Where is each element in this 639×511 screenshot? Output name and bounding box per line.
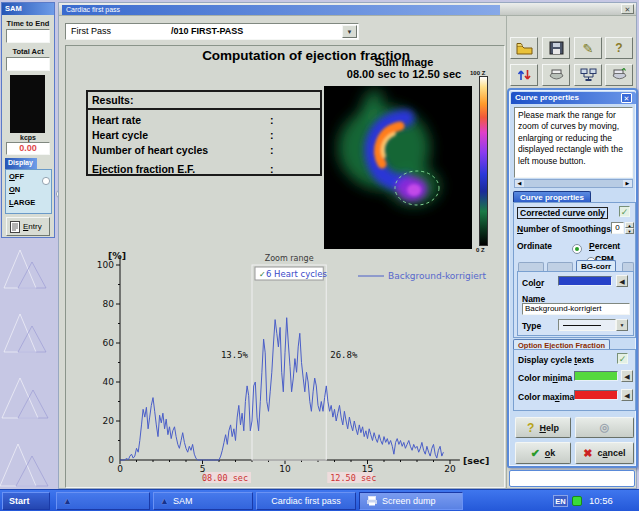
svg-text:08.00 sec: 08.00 sec — [202, 473, 248, 483]
display-option-large[interactable]: LARGE — [9, 198, 35, 207]
cancel-button[interactable]: ✖ cancel — [575, 442, 634, 464]
background-corrected-curve — [120, 318, 443, 460]
sort-arrows-icon[interactable] — [510, 64, 538, 86]
window-close-button[interactable]: ✕ — [621, 4, 634, 14]
sum-image-subtitle: 08.00 sec to 12.50 sec — [324, 68, 484, 80]
taskbar-item-app[interactable]: ▲ — [56, 492, 150, 510]
start-button[interactable]: Start — [2, 492, 50, 510]
open-folder-icon[interactable] — [510, 37, 538, 59]
ordinate-percent-label[interactable]: Percent — [589, 241, 620, 251]
maxima-picker-arrow-icon[interactable]: ◀ — [621, 389, 633, 401]
dialog-message: Please mark the range for zoom of curves… — [514, 107, 633, 178]
display-cycle-texts-label: Display cycle texts — [518, 355, 594, 365]
screen: { "icons": { "close": "✕", "dropdown": "… — [0, 0, 639, 511]
taskbar: Start ▲ ▲SAM Cardiac first pass Screen d… — [0, 489, 639, 511]
curve-color-swatch[interactable] — [558, 276, 612, 286]
ordinate-label: Ordinate — [517, 241, 552, 251]
help-button[interactable]: ? Help — [515, 417, 571, 438]
ok-button[interactable]: ✔ ok — [515, 442, 571, 464]
sum-image-scintigram[interactable] — [324, 86, 472, 249]
help-question-icon: ? — [527, 421, 534, 435]
result-row-ejection-fraction: Ejection fraction E.F.: — [88, 163, 320, 175]
entry-button-label: Entry — [23, 222, 42, 231]
taskbar-item-sam[interactable]: ▲SAM — [153, 492, 253, 510]
smoothings-value[interactable]: 0 — [611, 222, 624, 234]
entry-button[interactable]: Entry — [6, 217, 50, 236]
help-icon[interactable]: ? — [605, 37, 633, 59]
svg-text:20: 20 — [103, 416, 115, 426]
save-icon[interactable] — [542, 37, 570, 59]
legend-label: Background-korrigiert — [388, 271, 487, 281]
display-option-off-radio[interactable] — [42, 177, 50, 185]
maxima-color-swatch[interactable] — [574, 390, 618, 400]
result-row-num-cycles: Number of heart cycles: — [88, 144, 320, 156]
svg-text:100: 100 — [97, 260, 114, 270]
smoothings-label: Number of Smoothings — [517, 224, 611, 234]
screen-copy-icon[interactable] — [605, 64, 633, 86]
results-header: Results: — [88, 92, 320, 110]
window-titlebar: Cardiac first pass ✕ — [59, 3, 636, 16]
sam-panel-title: SAM — [2, 3, 54, 15]
svg-text:80: 80 — [103, 299, 115, 309]
activity-display — [10, 75, 45, 133]
svg-text:60: 60 — [103, 338, 115, 348]
app-logo-icon: ▲ — [63, 496, 72, 506]
language-indicator[interactable]: EN — [553, 495, 568, 507]
display-options-box: OFF ON LARGE — [5, 169, 52, 214]
minima-picker-arrow-icon[interactable]: ◀ — [621, 370, 633, 382]
activity-curve-chart[interactable]: 05101520020406080100[%][sec]Zoom range✓6… — [66, 246, 506, 488]
kcps-value: 0.00 — [6, 142, 50, 155]
svg-text:6 Heart cycles: 6 Heart cycles — [266, 269, 327, 279]
corrected-curve-checkbox[interactable]: ✓ — [619, 206, 630, 217]
line-type-dropdown[interactable] — [558, 319, 616, 331]
document-icon — [10, 221, 20, 233]
network-icon[interactable] — [574, 64, 602, 86]
color-maxima-label: Color maxima — [518, 392, 574, 402]
display-tab[interactable]: Display — [5, 158, 37, 169]
taskbar-item-screen-dump[interactable]: Screen dump — [359, 492, 463, 510]
svg-text:20: 20 — [444, 464, 456, 474]
print-icon[interactable] — [542, 64, 570, 86]
study-combobox[interactable]: First Pass /010 FIRST-PASS ▼ — [65, 23, 359, 40]
analysis-panel: Computation of ejection fraction Sum ima… — [65, 45, 505, 488]
corrected-curve-label: Corrected curve only — [517, 207, 608, 219]
scroll-right-icon[interactable]: ▶ — [623, 180, 632, 187]
display-cycle-texts-checkbox[interactable]: ✓ — [617, 353, 628, 364]
disabled-button: ◎ — [575, 417, 634, 438]
time-to-end-label: Time to End — [2, 19, 54, 28]
study-combobox-code: /010 FIRST-PASS — [166, 24, 243, 36]
kcps-label: kcps — [2, 134, 54, 141]
total-act-label: Total Act — [2, 47, 54, 56]
color-picker-arrow-icon[interactable]: ◀ — [616, 275, 628, 287]
svg-text:12.50 sec: 12.50 sec — [330, 473, 376, 483]
message-scrollbar[interactable]: ◀ ▶ — [514, 179, 633, 188]
edit-pencil-icon[interactable]: ✎ — [574, 37, 602, 59]
color-scale-bar — [479, 76, 488, 246]
dialog-close-icon[interactable]: ✕ — [621, 93, 632, 103]
time-to-end-field[interactable] — [6, 29, 50, 43]
results-box: Results: Heart rate: Heart cycle: Number… — [86, 90, 322, 176]
svg-text:[%]: [%] — [108, 250, 126, 261]
tray-status-icon[interactable] — [572, 496, 582, 506]
total-act-field[interactable] — [6, 57, 50, 71]
sum-image-title: Sum image — [324, 56, 484, 68]
spin-down-icon[interactable]: ▼ — [625, 228, 634, 234]
color-minima-label: Color minima — [518, 373, 572, 383]
display-option-off[interactable]: OFF — [9, 172, 24, 181]
zoom-range-rect[interactable] — [252, 265, 326, 460]
type-dropdown-icon[interactable]: ▼ — [616, 319, 628, 331]
entry-field[interactable] — [509, 470, 635, 487]
color-label: Color — [522, 278, 544, 288]
ejection-fraction-group: Display cycle texts ✓ Color minima ◀ Col… — [513, 349, 636, 411]
study-combobox-value: First Pass — [66, 24, 111, 36]
curve-properties-dialog: Curve properties ✕ Please mark the range… — [507, 88, 638, 468]
curve-name-input[interactable]: Background-korrigiert — [522, 303, 630, 315]
ordinate-percent-radio[interactable] — [572, 244, 582, 254]
cancel-x-icon: ✖ — [583, 447, 592, 460]
taskbar-item-cardiac-first-pass[interactable]: Cardiac first pass — [256, 492, 356, 510]
scroll-left-icon[interactable]: ◀ — [515, 180, 524, 187]
minima-color-swatch[interactable] — [574, 371, 618, 381]
display-option-on[interactable]: ON — [9, 185, 20, 194]
result-row-heart-cycle: Heart cycle: — [88, 129, 320, 141]
chevron-down-icon[interactable]: ▼ — [342, 25, 357, 38]
